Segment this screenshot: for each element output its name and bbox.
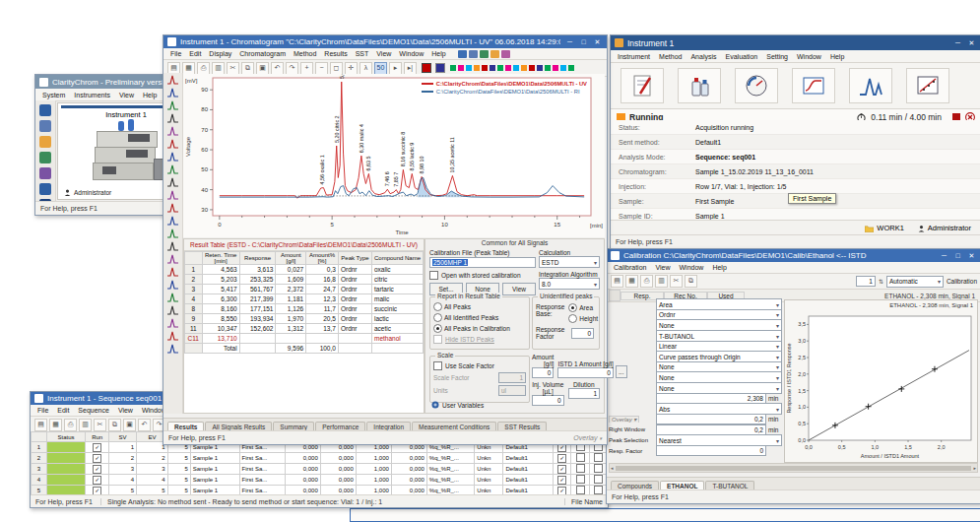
run-checkbox-cell[interactable]: ✓ [86,475,109,486]
response-factor-input[interactable]: 0 [571,328,594,339]
menu-item-display[interactable]: Display [208,50,232,57]
menu-item-file[interactable]: File [36,407,49,414]
flag-checkbox-cell[interactable]: ✓ [554,453,571,464]
minimize-button[interactable]: ─ [952,38,963,48]
toolbar-icon-2[interactable]: ⎙ [197,62,210,75]
toolbar-icon-3[interactable]: ▥ [79,419,92,431]
signal-color-dot-7[interactable] [505,65,511,71]
result-table[interactable]: Reten. Time[min]ResponseAmount[g/l]Amoun… [184,251,424,354]
table-row[interactable]: 98,550193,9341,97020,5Ordnrlactic [185,314,424,324]
toolbar-icon-11[interactable]: ◻ [330,62,343,75]
dilution-input[interactable]: 1 [568,388,601,399]
toolbar-icon-1[interactable]: ▦ [625,275,638,288]
toolbar-icon-0[interactable]: ▤ [611,275,623,288]
flag-checkbox-cell[interactable] [571,464,589,475]
flag-checkbox-cell[interactable] [571,475,589,486]
chrom-tool-icon-20[interactable] [166,330,179,342]
menu-item-edit[interactable]: Edit [56,407,70,414]
signal-color-dot-8[interactable] [513,65,519,71]
toolbar-icon-4[interactable]: ✂ [227,62,239,75]
run-checkbox-cell[interactable]: ✓ [86,442,109,453]
menu-item-help[interactable]: Help [711,264,727,271]
istd-browse-button[interactable]: ... [616,365,627,378]
result-table-grid[interactable]: Reten. Time[min]ResponseAmount[g/l]Amoun… [184,251,424,354]
toolbar-icon-12[interactable]: ✛ [345,62,358,75]
menu-item-setting[interactable]: Setting [765,53,789,60]
close-button[interactable]: ✕ [592,37,603,47]
gear-icon[interactable] [39,120,51,132]
signal-color-dot-2[interactable] [466,65,472,71]
signal-color-red[interactable] [422,63,431,73]
calibration-graph[interactable]: ETHANOL - 2,308 min, Signal 10,00,51,01,… [784,299,978,463]
toolbar-icon-1[interactable]: ▦ [182,62,195,75]
sequence-row[interactable]: 2✓225Sample 1First Sa...0,0000,0001,0000… [32,453,608,464]
toolbar-icon-0[interactable]: ▤ [34,419,47,431]
play-button[interactable]: ▸ [389,62,402,75]
table-row[interactable]: Total9,596100,0 [185,344,424,354]
network-icon[interactable] [39,183,51,195]
menu-item-help[interactable]: Help [829,53,845,60]
chrom-tool-icon-6[interactable] [166,151,179,163]
menu-item-results[interactable]: Results [323,50,348,57]
menu-item-instrument[interactable]: Instrument [617,53,651,60]
flag-checkbox-cell[interactable]: ✓ [554,464,571,475]
flag-checkbox-cell[interactable]: ✓ [554,475,571,486]
horizontal-scrollbar[interactable]: ◂▸ [609,463,978,473]
toolbar-icon-5[interactable]: ⧉ [685,275,697,288]
instrument-image[interactable] [89,123,163,180]
toolbar-icon-8[interactable]: ↷ [286,62,298,75]
user-icon[interactable] [39,104,51,116]
integration-dropdown[interactable]: 8.0▾ [539,278,600,290]
close-button[interactable]: ✕ [966,38,977,48]
chrom-tool-icon-8[interactable] [166,176,179,188]
chrom-tool-icon-13[interactable] [166,240,179,252]
calculation-dropdown[interactable]: ESTD▾ [539,256,600,268]
inj-volume-input[interactable]: 0 [532,395,564,406]
chrom-tool-icon-16[interactable] [166,279,179,291]
menu-item-file[interactable]: File [169,50,182,57]
menu-item-instruments[interactable]: Instruments [73,92,111,98]
chrom-tool-icon-1[interactable] [166,87,179,98]
toolbar-icon-1[interactable]: ▦ [49,419,62,431]
open-stored-checkbox[interactable]: Open with stored calibration [429,271,536,280]
table-row[interactable]: 35,417561,7672,37224,7Ordnrtartaric [185,285,424,294]
menu-item-method[interactable]: Method [658,53,683,60]
close-button[interactable]: ✕ [966,251,977,261]
run-checkbox-cell[interactable]: ✓ [86,464,109,475]
chrom-tool-icon-19[interactable] [166,317,179,329]
flag-checkbox-cell[interactable] [589,475,607,486]
scale-50-button[interactable]: 50 [374,62,387,75]
table-row[interactable]: 88,160177,1511,12611,7Ordnrsuccinic [185,304,424,314]
menu-item-evaluation[interactable]: Evaluation [725,53,759,60]
signal-color-dot-9[interactable] [521,65,527,71]
chrom-tool-icon-12[interactable] [166,228,179,239]
property-input[interactable]: 0,2 [656,414,766,424]
signal-color-dot-1[interactable] [458,65,464,71]
istd-amount-input[interactable]: 0 [557,367,613,378]
toolbar-icon-4[interactable]: ✂ [670,275,683,288]
minimize-button[interactable]: ─ [939,251,949,261]
toolbar-icon-6[interactable]: ▣ [256,62,269,75]
sequence-row[interactable]: 3✓335Sample 1First Sa...0,0000,0001,0000… [32,464,608,475]
chrom-tool-icon-4[interactable] [166,125,179,137]
menu-item-sst[interactable]: SST [355,50,370,57]
chrom-tool-icon-3[interactable] [166,112,179,124]
menu-item-method[interactable]: Method [293,50,317,57]
signal-color-dot-14[interactable] [560,65,566,71]
menu-icon-1[interactable] [458,50,467,58]
menu-item-window[interactable]: Window [679,264,705,271]
menu-item-chromatogram[interactable]: Chromatogram [238,50,287,57]
database-icon[interactable] [39,167,51,179]
menu-item-view[interactable]: View [118,92,135,98]
toolbar-icon-6[interactable]: ▣ [123,419,136,431]
toolbar-icon-10[interactable]: − [315,62,328,75]
sequence-row[interactable]: 4✓445Sample 1First Sa...0,0000,0001,0000… [32,475,608,486]
toolbar-icon-9[interactable]: + [300,62,313,75]
table-row[interactable]: 1110,347152,6021,31213,7Ordnracetic [185,324,424,334]
signal-color-blue[interactable] [435,63,445,73]
menu-item-help[interactable]: Help [142,92,158,98]
signal-color-dot-13[interactable] [553,65,558,71]
overlay-button[interactable]: Overlay ▾ [609,416,639,423]
calib-file-input[interactable]: 2506MHP 1 [429,257,536,268]
toolbar-icon-7[interactable]: ↶ [138,419,151,431]
